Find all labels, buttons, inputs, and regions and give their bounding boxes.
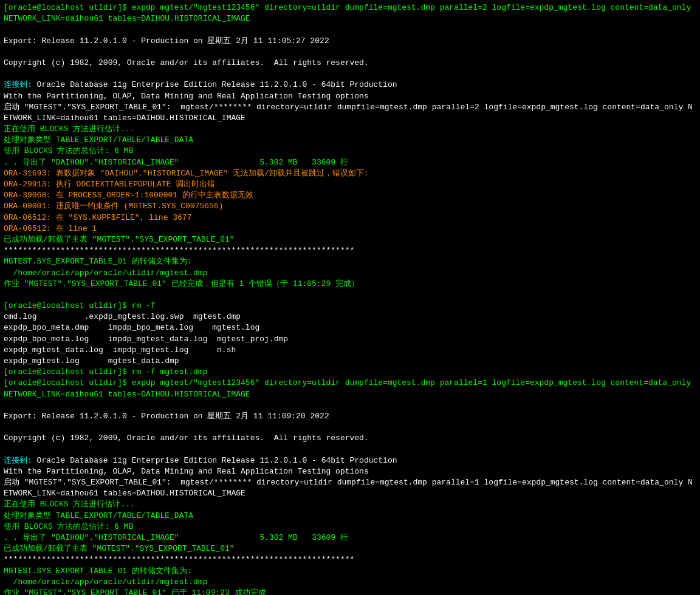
terminal-line: [oracle@localhost utldir]$ rm -f mgtest.… bbox=[4, 367, 696, 378]
terminal-line: Copyright (c) 1982, 2009, Oracle and/or … bbox=[4, 433, 696, 444]
terminal-line bbox=[4, 444, 696, 455]
terminal-line: 处理对象类型 TABLE_EXPORT/TABLE/TABLE_DATA bbox=[4, 511, 696, 522]
terminal-line bbox=[4, 400, 696, 411]
terminal-line: ORA-06512: 在 "SYS.KUPF$FILE", line 3677 bbox=[4, 212, 696, 223]
terminal-line: ****************************************… bbox=[4, 554, 696, 565]
terminal-line: /home/oracle/app/oracle/utldir/mgtest.dm… bbox=[4, 268, 696, 279]
terminal-line: 使用 BLOCKS 方法的总估计: 6 MB bbox=[4, 522, 696, 532]
terminal-line: With the Partitioning, OLAP, Data Mining… bbox=[4, 91, 696, 102]
terminal-line: 启动 "MGTEST"."SYS_EXPORT_TABLE_01": mgtes… bbox=[4, 102, 696, 124]
terminal-line: expdp_mgtest.log mgtest_data.dmp bbox=[4, 356, 696, 367]
terminal-line: ****************************************… bbox=[4, 245, 696, 256]
terminal-line: With the Partitioning, OLAP, Data Mining… bbox=[4, 466, 696, 477]
terminal-line: Copyright (c) 1982, 2009, Oracle and/or … bbox=[4, 58, 696, 69]
terminal-line: /home/oracle/app/oracle/utldir/mgtest.dm… bbox=[4, 577, 696, 588]
terminal-line: [oracle@localhost utldir]$ expdp mgtest/… bbox=[4, 378, 696, 399]
terminal-line: ORA-31693: 表数据对象 "DAIHOU"."HISTORICAL_IM… bbox=[4, 168, 696, 179]
terminal-line bbox=[4, 47, 696, 58]
terminal-line: ORA-29913: 执行 ODCIEXTTABLEPOPULATE 调出时出错 bbox=[4, 179, 696, 190]
terminal-line bbox=[4, 290, 696, 301]
terminal-line bbox=[4, 69, 696, 80]
terminal-line: cmd.log .expdp_mgtest.log.swp mgtest.dmp bbox=[4, 311, 696, 322]
terminal-line: 已成功加载/卸载了主表 "MGTEST"."SYS_EXPORT_TABLE_0… bbox=[4, 234, 696, 245]
terminal-line: Export: Release 11.2.0.1.0 - Production … bbox=[4, 411, 696, 422]
terminal-line: 正在使用 BLOCKS 方法进行估计... bbox=[4, 124, 696, 135]
terminal-line: expdp_bpo_meta.dmp impdp_bpo_meta.log mg… bbox=[4, 322, 696, 333]
terminal-line: MGTEST.SYS_EXPORT_TABLE_01 的转储文件集为: bbox=[4, 566, 696, 577]
terminal-line bbox=[4, 422, 696, 433]
terminal-line: Export: Release 11.2.0.1.0 - Production … bbox=[4, 36, 696, 47]
terminal-line: 作业 "MGTEST"."SYS_EXPORT_TABLE_01" 已经完成，但… bbox=[4, 279, 696, 290]
terminal-line: expdp_bpo_meta.log impdp_mgtest_data.log… bbox=[4, 334, 696, 345]
terminal-line: 连接到: Oracle Database 11g Enterprise Edit… bbox=[4, 455, 696, 466]
terminal-line: ORA-39068: 在 PROCESS_ORDER=1:1000001 的行中… bbox=[4, 190, 696, 201]
terminal-line: expdp_mgtest_data.log impdp_mgtest.log n… bbox=[4, 345, 696, 356]
terminal-window: [oracle@localhost utldir]$ expdp mgtest/… bbox=[0, 0, 700, 595]
terminal-line: 使用 BLOCKS 方法的总估计: 6 MB bbox=[4, 146, 696, 157]
terminal-line: [oracle@localhost utldir]$ expdp mgtest/… bbox=[4, 2, 696, 24]
terminal-line: ORA-06512: 在 line 1 bbox=[4, 223, 696, 234]
terminal-line: MGTEST.SYS_EXPORT_TABLE_01 的转储文件集为: bbox=[4, 256, 696, 267]
terminal-line: 连接到: Oracle Database 11g Enterprise Edit… bbox=[4, 80, 696, 90]
terminal-line: . . 导出了 "DAIHOU"."HISTORICAL_IMAGE" 5.30… bbox=[4, 157, 696, 168]
terminal-line: [oracle@localhost utldir]$ rm -f bbox=[4, 301, 696, 311]
terminal-line: 处理对象类型 TABLE_EXPORT/TABLE/TABLE_DATA bbox=[4, 135, 696, 146]
terminal-line: 作业 "MGTEST"."SYS_EXPORT_TABLE_01" 已于 11:… bbox=[4, 588, 696, 595]
terminal-line bbox=[4, 24, 696, 35]
terminal-line: ORA-00001: 违反唯一约束条件 (MGTEST.SYS_C0075656… bbox=[4, 201, 696, 212]
terminal-line: 已成功加载/卸载了主表 "MGTEST"."SYS_EXPORT_TABLE_0… bbox=[4, 543, 696, 554]
terminal-line: . . 导出了 "DAIHOU"."HISTORICAL_IMAGE" 5.30… bbox=[4, 532, 696, 543]
terminal-line: 正在使用 BLOCKS 方法进行估计... bbox=[4, 499, 696, 510]
terminal-line: 启动 "MGTEST"."SYS_EXPORT_TABLE_01": mgtes… bbox=[4, 477, 696, 499]
